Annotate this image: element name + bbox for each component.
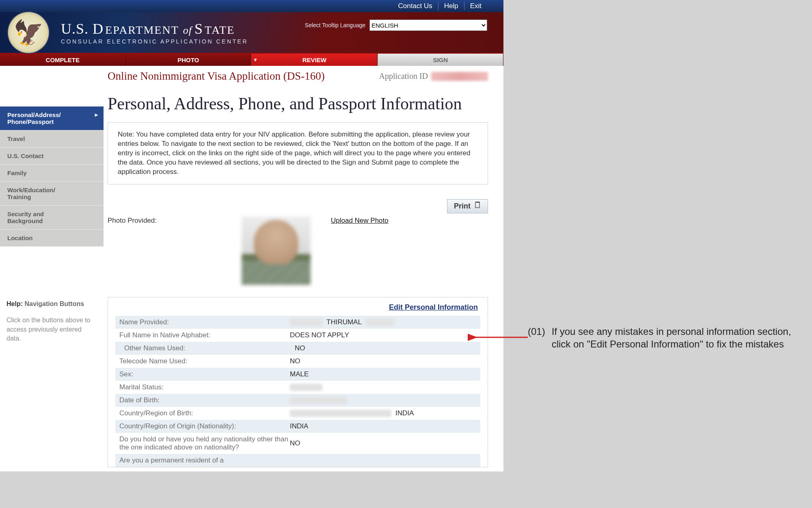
left-column: Personal/Address/ Phone/PassportTravelU.…: [0, 66, 104, 471]
field-value: [290, 383, 476, 391]
content-area: Personal/Address/ Phone/PassportTravelU.…: [0, 66, 503, 471]
field-value: INDIA: [290, 409, 476, 417]
table-row: Name Provided:THIRUMAL: [115, 316, 480, 329]
table-row: Date of Birth:: [115, 394, 480, 407]
applicant-photo: [242, 217, 311, 285]
print-button[interactable]: Print: [447, 199, 488, 213]
photo-label: Photo Provided:: [108, 217, 189, 225]
sidebar-item-4[interactable]: Work/Education/ Training: [0, 182, 104, 206]
help-link[interactable]: Help: [438, 2, 464, 10]
field-label: Country/Region of Origin (Nationality):: [119, 422, 290, 430]
application-id-label: Application ID: [379, 72, 428, 81]
table-row: Country/Region of Birth:INDIA: [115, 407, 480, 420]
field-value: [290, 396, 476, 404]
field-value: THIRUMAL: [290, 318, 476, 326]
field-value: NO: [290, 357, 476, 365]
edit-personal-information-link[interactable]: Edit Personal Information: [115, 303, 480, 312]
app-window: Contact Us Help Exit 🦅 U.S. DEPARTMENTof…: [0, 0, 503, 471]
field-value: NO: [295, 344, 476, 352]
site-banner: 🦅 U.S. DEPARTMENTofSTATE CONSULAR ELECTR…: [0, 12, 503, 53]
help-title: Navigation Buttons: [24, 300, 84, 307]
help-box: Help: Navigation Buttons Click on the bu…: [0, 300, 104, 343]
table-row: Do you hold or have you held any nationa…: [115, 433, 480, 454]
exit-link[interactable]: Exit: [464, 2, 487, 10]
sidebar-item-2[interactable]: U.S. Contact: [0, 148, 104, 165]
table-row: Telecode Name Used:NO: [115, 355, 480, 368]
field-label: Are you a permanent resident of a: [119, 456, 290, 465]
department-subtitle: CONSULAR ELECTRONIC APPLICATION CENTER: [61, 38, 248, 45]
field-label: Telecode Name Used:: [119, 357, 290, 365]
upload-new-photo-link[interactable]: Upload New Photo: [331, 217, 389, 225]
field-label: Country/Region of Birth:: [119, 409, 290, 417]
annotation-text: If you see any mistakes in personal info…: [552, 325, 803, 350]
main-column: Online Nonimmigrant Visa Application (DS…: [104, 66, 503, 471]
wizard-tabs: COMPLETE PHOTO ▾ REVIEW SIGN: [0, 53, 503, 66]
annotation-number: (01): [528, 325, 545, 350]
field-label: Do you hold or have you held any nationa…: [119, 435, 290, 452]
personal-info-table: Name Provided:THIRUMALFull Name in Nativ…: [115, 316, 480, 467]
department-title: U.S. DEPARTMENTofSTATE CONSULAR ELECTRON…: [61, 20, 248, 45]
instruction-note: Note: You have completed data entry for …: [108, 122, 488, 185]
sidebar-item-5[interactable]: Security and Background: [0, 206, 104, 230]
form-title: Online Nonimmigrant Visa Application (DS…: [108, 70, 325, 82]
application-id-value-redacted: [431, 72, 488, 81]
table-row: Country/Region of Origin (Nationality):I…: [115, 420, 480, 433]
annotation-01: (01) If you see any mistakes in personal…: [528, 325, 803, 350]
sidebar-item-0[interactable]: Personal/Address/ Phone/Passport: [0, 106, 104, 130]
field-value: [290, 456, 476, 465]
sidebar-item-1[interactable]: Travel: [0, 130, 104, 148]
field-value: DOES NOT APPLY: [290, 331, 476, 339]
print-icon: [475, 202, 481, 211]
field-value: INDIA: [290, 422, 476, 430]
field-label: Name Provided:: [119, 318, 290, 326]
table-row: Full Name in Native Alphabet:DOES NOT AP…: [115, 329, 480, 342]
tab-photo[interactable]: PHOTO: [126, 54, 252, 66]
contact-us-link[interactable]: Contact Us: [393, 2, 438, 10]
sidebar-item-3[interactable]: Family: [0, 165, 104, 182]
tab-review[interactable]: ▾ REVIEW: [251, 54, 378, 66]
page-title: Personal, Address, Phone, and Passport I…: [108, 94, 488, 113]
field-label: Other Names Used:: [119, 344, 295, 352]
tooltip-language: Select Tooltip Language ENGLISH: [305, 20, 487, 31]
table-row: Are you a permanent resident of a: [115, 454, 480, 467]
field-value: NO: [290, 435, 476, 452]
field-label: Marital Status:: [119, 383, 290, 391]
tab-complete[interactable]: COMPLETE: [0, 54, 126, 66]
svg-rect-1: [476, 202, 479, 203]
field-label: Full Name in Native Alphabet:: [119, 331, 290, 339]
state-dept-seal-icon: 🦅: [8, 12, 49, 53]
tab-sign[interactable]: SIGN: [378, 54, 504, 66]
field-label: Date of Birth:: [119, 396, 290, 404]
field-label: Sex:: [119, 370, 290, 378]
section-nav: Personal/Address/ Phone/PassportTravelU.…: [0, 106, 104, 247]
sidebar-item-6[interactable]: Location: [0, 230, 104, 247]
utility-bar: Contact Us Help Exit: [0, 0, 503, 12]
personal-info-section: Edit Personal Information Name Provided:…: [108, 297, 488, 467]
tooltip-language-select[interactable]: ENGLISH: [369, 20, 487, 31]
help-text: Click on the buttons above to access pre…: [6, 316, 97, 343]
table-row: Marital Status:: [115, 381, 480, 394]
photo-row: Photo Provided: Upload New Photo: [108, 217, 488, 285]
svg-rect-0: [475, 202, 479, 208]
field-value: MALE: [290, 370, 476, 378]
table-row: Sex:MALE: [115, 368, 480, 381]
dropdown-indicator-icon: ▾: [254, 57, 257, 63]
application-id: Application ID: [379, 72, 488, 81]
tooltip-language-label: Select Tooltip Language: [305, 22, 365, 28]
table-row: Other Names Used:NO: [115, 342, 480, 355]
help-label: Help:: [6, 300, 23, 307]
